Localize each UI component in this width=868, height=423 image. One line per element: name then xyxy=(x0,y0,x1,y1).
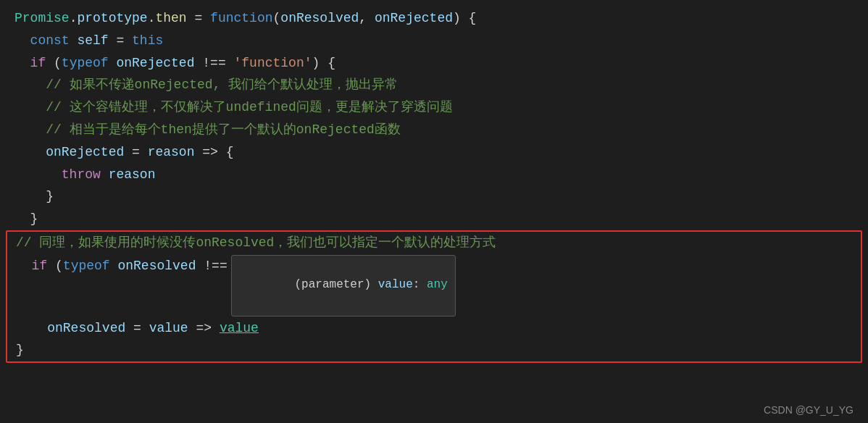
code-line-7: onRejected = reason => { xyxy=(0,141,868,164)
code-comment-1: // 如果不传递onRejected, 我们给个默认处理，抛出异常 xyxy=(0,74,868,96)
code-line-10: } xyxy=(0,208,868,230)
highlighted-onresolved-line: onResolved = value => value xyxy=(7,317,861,340)
code-line-2: const self = this xyxy=(0,30,868,52)
code-line-9: } xyxy=(0,185,868,208)
code-line-8: throw reason xyxy=(0,164,868,186)
code-line-1: Promise.prototype.then = function(onReso… xyxy=(0,7,868,30)
highlighted-block: // 同理，如果使用的时候没传onResolved，我们也可以指定一个默认的处理… xyxy=(6,230,862,363)
watermark: CSDN @GY_U_YG xyxy=(764,404,854,416)
highlighted-if-line: if (typeof onResolved !== (parameter) va… xyxy=(7,254,861,317)
code-line-3: if (typeof onRejected !== 'function') { xyxy=(0,52,868,75)
code-comment-2: // 这个容错处理，不仅解决了undefined问题，更是解决了穿透问题 xyxy=(0,96,868,119)
highlighted-close: } xyxy=(7,339,861,361)
code-comment-3: // 相当于是给每个then提供了一个默认的onRejected函数 xyxy=(0,119,868,141)
highlighted-comment: // 同理，如果使用的时候没传onResolved，我们也可以指定一个默认的处理… xyxy=(7,232,861,254)
token-promise: Promise xyxy=(14,8,70,29)
tooltip-popup: (parameter) value: any xyxy=(231,255,456,317)
code-editor: Promise.prototype.then = function(onReso… xyxy=(0,0,868,370)
